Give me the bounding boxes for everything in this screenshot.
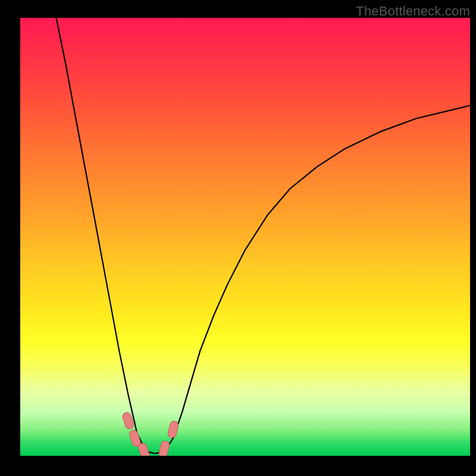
curve-marker <box>167 421 179 439</box>
curve-marker <box>158 440 170 456</box>
watermark-text: TheBottleneck.com <box>356 4 470 19</box>
curve-svg <box>20 18 470 456</box>
plot-area <box>20 18 470 456</box>
marker-group <box>121 412 179 456</box>
bottleneck-curve-path <box>57 18 471 453</box>
chart-frame: TheBottleneck.com <box>0 0 476 476</box>
